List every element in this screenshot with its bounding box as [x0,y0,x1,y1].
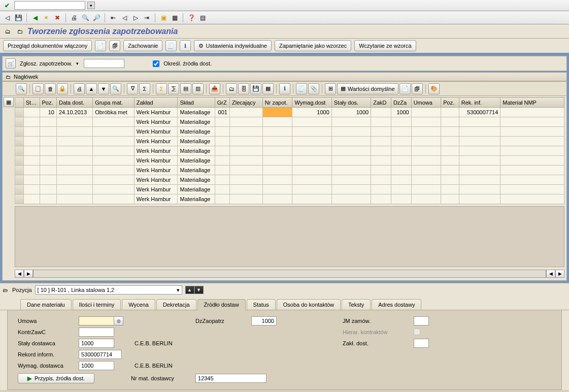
table-cell[interactable] [93,156,135,166]
table-cell[interactable] [331,185,371,194]
attachment-icon[interactable]: 📎 [308,83,319,94]
tab-ilo-ci-i-terminy[interactable]: Ilości i terminy [73,299,121,310]
check-icon[interactable]: ℹ [180,40,191,51]
table-cell[interactable] [441,108,459,117]
table-cell[interactable] [500,194,564,204]
table-cell[interactable] [500,108,564,117]
export-icon[interactable]: 📤 [209,83,220,94]
table-cell[interactable] [292,117,331,127]
table-cell[interactable] [262,194,292,204]
table-cell[interactable]: Werk Hambur [134,175,178,185]
table-cell[interactable] [411,117,441,127]
table-cell[interactable] [40,127,56,137]
table-cell[interactable] [500,156,564,166]
table-cell[interactable] [23,117,40,127]
services-icon[interactable]: 🧾 [296,83,307,94]
table-cell[interactable] [23,166,40,175]
table-cell[interactable] [292,194,331,204]
table-cell[interactable]: Werk Hambur [134,127,178,137]
pr-number-input[interactable] [84,59,124,68]
table-cell[interactable] [262,175,292,185]
table-cell[interactable] [23,185,40,194]
select-layout-icon[interactable]: ▦ [262,83,274,94]
table-cell[interactable] [40,117,56,127]
tab-adres-dostawy[interactable]: Adres dostawy [372,299,421,310]
table-row[interactable]: Werk HamburMateriallage [15,185,564,194]
table-cell[interactable]: Werk Hambur [134,194,178,204]
tab-wycena[interactable]: Wycena [122,299,155,310]
table-cell[interactable] [93,137,135,146]
table-cell[interactable] [441,156,459,166]
position-dropdown[interactable]: [ 10 ] R-101 , Linka stalowa 1,2 ▾ [35,285,182,295]
col-header[interactable]: Zakład [134,97,178,108]
table-row[interactable]: Werk HamburMateriallage [15,175,564,185]
scroll-left-icon[interactable]: ◀ [15,270,24,278]
staly-input[interactable] [79,339,114,348]
table-cell[interactable] [292,175,331,185]
load-from-template-button[interactable]: Wczytanie ze wzorca [354,40,416,51]
cancel-icon[interactable]: ✖ [52,13,62,23]
table-cell[interactable] [411,137,441,146]
table-cell[interactable]: 10 [40,108,56,117]
table-cell[interactable] [292,156,331,166]
rekord-input[interactable] [79,350,122,359]
table-cell[interactable]: Werk Hambur [134,156,178,166]
table-cell[interactable] [391,166,411,175]
table-cell[interactable]: Werk Hambur [134,108,178,117]
layout-icon[interactable]: ▤ [180,83,191,94]
table-cell[interactable] [500,137,564,146]
table-cell[interactable]: 5300007714 [459,108,500,117]
table-cell[interactable] [459,185,500,194]
prev-page-icon[interactable]: ◁ [119,13,129,23]
table-cell[interactable]: Materiallage [178,137,215,146]
lock-icon[interactable]: 🔒 [57,83,68,94]
table-cell[interactable] [57,137,93,146]
choose-icon[interactable]: 🗂 [226,83,237,94]
table-cell[interactable]: Materiallage [178,146,215,156]
doc-type-icon[interactable]: 🛒 [6,58,16,69]
kontr-input[interactable] [79,328,114,337]
col-header[interactable]: Poz. [441,97,459,108]
table-cell[interactable] [331,166,371,175]
table-cell[interactable] [500,127,564,137]
save-layout-icon[interactable]: 💾 [250,83,261,94]
table-row[interactable]: Werk HamburMateriallage [15,137,564,146]
copy-item-icon[interactable]: 🗐 [412,83,423,94]
table-cell[interactable] [391,146,411,156]
table-cell[interactable] [93,185,135,194]
col-header[interactable]: Skład [178,97,215,108]
table-cell[interactable] [441,137,459,146]
table-cell[interactable] [371,185,391,194]
table-cell[interactable] [229,127,262,137]
table-cell[interactable] [459,194,500,204]
table-cell[interactable] [292,137,331,146]
back-icon[interactable]: ◁ [2,13,12,23]
dropdown-icon[interactable]: ▾ [76,61,80,66]
table-cell[interactable] [331,127,371,137]
default-values-button[interactable]: ▦Wartości domyślne [337,83,398,94]
find-next-icon[interactable]: 🔎 [91,13,102,23]
doc-overview-toggle-button[interactable]: Przegląd dokumentów włączony [3,40,92,51]
create-memo-icon[interactable]: 📄 [95,40,106,51]
table-cell[interactable] [371,108,391,117]
customize-icon[interactable]: ▤ [197,13,208,23]
table-cell[interactable]: 1000 [331,108,371,117]
table-cell[interactable] [500,146,564,156]
col-header[interactable]: DzZa [391,97,411,108]
determine-source-checkbox[interactable] [153,60,159,67]
table-cell[interactable] [262,137,292,146]
table-cell[interactable] [23,108,40,117]
table-cell[interactable] [229,156,262,166]
personal-settings-icon[interactable]: 🗐 [109,40,120,51]
table-cell[interactable] [459,146,500,156]
table-cell[interactable] [229,175,262,185]
table-cell[interactable]: 1000 [391,108,411,117]
table-cell[interactable] [262,156,292,166]
table-cell[interactable] [411,166,441,175]
col-header[interactable]: Nr zapot. [262,97,292,108]
wymag-input[interactable] [79,361,114,370]
table-cell[interactable] [57,185,93,194]
table-cell[interactable]: Materiallage [178,108,215,117]
table-cell[interactable] [215,175,229,185]
next-item-icon[interactable]: ▼ [194,286,204,294]
